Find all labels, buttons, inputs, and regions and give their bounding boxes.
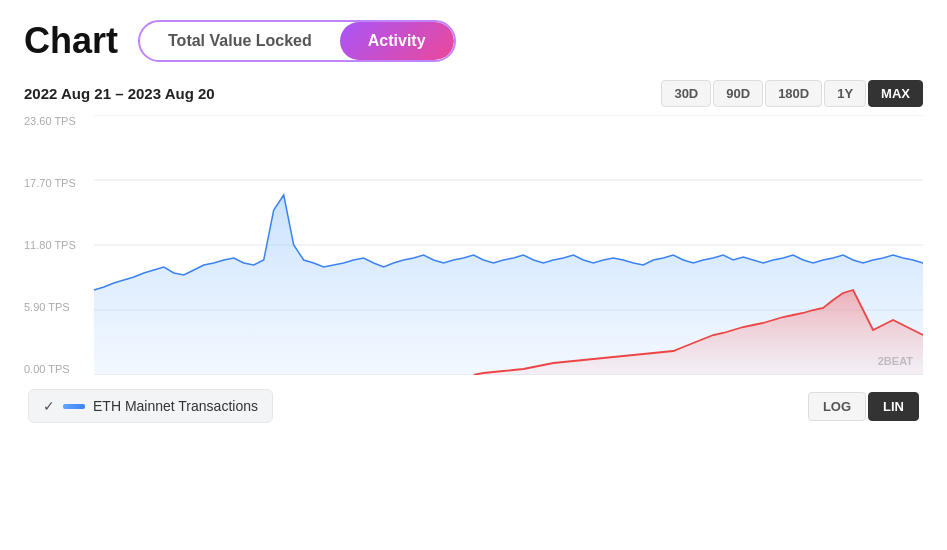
chart-svg-container: 2BEAT	[24, 115, 923, 375]
legend-checkmark: ✓	[43, 398, 55, 414]
date-range-label: 2022 Aug 21 – 2023 Aug 20	[24, 85, 215, 102]
scale-button-group: LOG LIN	[808, 392, 919, 421]
period-button-group: 30D 90D 180D 1Y MAX	[661, 80, 923, 107]
period-30d[interactable]: 30D	[661, 80, 711, 107]
chart-type-toggle: Total Value Locked Activity	[138, 20, 456, 62]
period-1y[interactable]: 1Y	[824, 80, 866, 107]
period-max[interactable]: MAX	[868, 80, 923, 107]
legend-row: ✓ ETH Mainnet Transactions LOG LIN	[24, 389, 923, 423]
legend-label: ETH Mainnet Transactions	[93, 398, 258, 414]
total-value-locked-btn[interactable]: Total Value Locked	[140, 22, 340, 60]
log-scale-btn[interactable]: LOG	[808, 392, 866, 421]
chart-area: 23.60 TPS 17.70 TPS 11.80 TPS 5.90 TPS 0…	[24, 115, 923, 375]
legend-item-eth[interactable]: ✓ ETH Mainnet Transactions	[28, 389, 273, 423]
legend-color-indicator	[63, 404, 85, 409]
period-180d[interactable]: 180D	[765, 80, 822, 107]
chart-svg	[24, 115, 923, 375]
lin-scale-btn[interactable]: LIN	[868, 392, 919, 421]
page-title: Chart	[24, 20, 118, 62]
watermark: 2BEAT	[878, 355, 913, 367]
activity-btn[interactable]: Activity	[340, 22, 454, 60]
period-90d[interactable]: 90D	[713, 80, 763, 107]
